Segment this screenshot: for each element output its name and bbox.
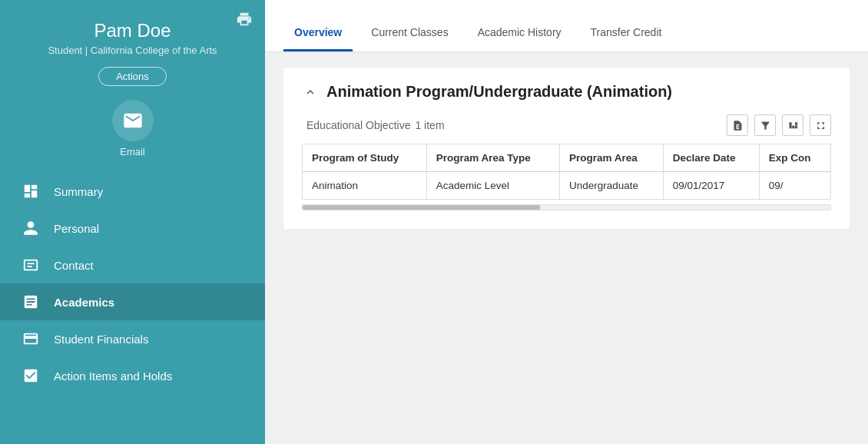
person-icon: [22, 219, 40, 237]
cell-program-area-type: Academic Level: [426, 172, 559, 200]
section-title-row: Animation Program/Undergraduate (Animati…: [302, 83, 831, 101]
sidebar-label-financials: Student Financials: [54, 333, 148, 346]
main-content: Overview Current Classes Academic Histor…: [265, 0, 868, 444]
sidebar-label-academics: Academics: [54, 296, 114, 309]
financials-icon: [22, 330, 40, 348]
actions-button[interactable]: Actions: [98, 67, 167, 86]
academics-icon: [22, 293, 40, 311]
col-header-program-area-type: Program Area Type: [426, 144, 559, 172]
table-header-row: Educational Objective1 item: [302, 114, 831, 136]
fullscreen-button[interactable]: [810, 114, 831, 136]
tabs-bar: Overview Current Classes Academic Histor…: [265, 0, 868, 52]
student-subtitle: Student | California College of the Arts: [48, 45, 217, 56]
sidebar-item-summary[interactable]: Summary: [0, 173, 265, 210]
collapse-chevron[interactable]: [302, 84, 319, 101]
sidebar-item-academics[interactable]: Academics: [0, 283, 265, 320]
sidebar-item-action-items[interactable]: Action Items and Holds: [0, 357, 265, 394]
section-title: Animation Program/Undergraduate (Animati…: [326, 83, 672, 101]
sidebar: Pam Doe Student | California College of …: [0, 0, 265, 444]
sidebar-item-personal[interactable]: Personal: [0, 210, 265, 247]
educational-objective-table: Program of Study Program Area Type Progr…: [302, 144, 831, 200]
sidebar-label-personal: Personal: [54, 222, 99, 235]
cell-program-area: Undergraduate: [560, 172, 664, 200]
sidebar-label-summary: Summary: [54, 185, 103, 198]
checklist-icon: [22, 366, 40, 385]
avatar: [112, 100, 154, 141]
cell-exp-con: 09/: [759, 172, 830, 200]
table-actions: [727, 114, 831, 136]
sidebar-item-financials[interactable]: Student Financials: [0, 320, 265, 357]
cell-declare-date: 09/01/2017: [663, 172, 759, 200]
cell-program-of-study: Animation: [303, 172, 427, 200]
tab-academic-history[interactable]: Academic History: [467, 26, 572, 51]
contact-icon: [22, 256, 40, 274]
sidebar-nav: Summary Personal Contact Academics Stude: [0, 173, 265, 394]
content-area: Animation Program/Undergraduate (Animati…: [265, 52, 868, 444]
sidebar-label-contact: Contact: [54, 259, 94, 272]
tab-overview[interactable]: Overview: [283, 26, 353, 51]
sidebar-item-contact[interactable]: Contact: [0, 247, 265, 283]
table-scrollbar-track[interactable]: [302, 204, 831, 210]
col-header-exp-con: Exp Con: [759, 144, 830, 172]
columns-button[interactable]: [782, 114, 803, 136]
tab-current-classes[interactable]: Current Classes: [360, 26, 459, 51]
table-scrollbar-thumb: [303, 205, 540, 210]
col-header-declare-date: Declare Date: [663, 144, 759, 172]
table-row: Animation Academic Level Undergraduate 0…: [303, 172, 831, 200]
overview-card: Animation Program/Undergraduate (Animati…: [283, 68, 850, 229]
dashboard-icon: [22, 182, 40, 200]
tab-transfer-credit[interactable]: Transfer Credit: [580, 26, 673, 51]
table-label: Educational Objective1 item: [302, 119, 445, 131]
print-button[interactable]: [236, 11, 253, 31]
sidebar-label-action-items: Action Items and Holds: [54, 369, 172, 383]
col-header-program-area: Program Area: [560, 144, 664, 172]
filter-button[interactable]: [754, 114, 776, 136]
col-header-program-of-study: Program of Study: [303, 144, 427, 172]
student-name: Pam Doe: [94, 20, 171, 41]
email-label: Email: [120, 146, 145, 157]
export-excel-button[interactable]: [727, 114, 748, 136]
